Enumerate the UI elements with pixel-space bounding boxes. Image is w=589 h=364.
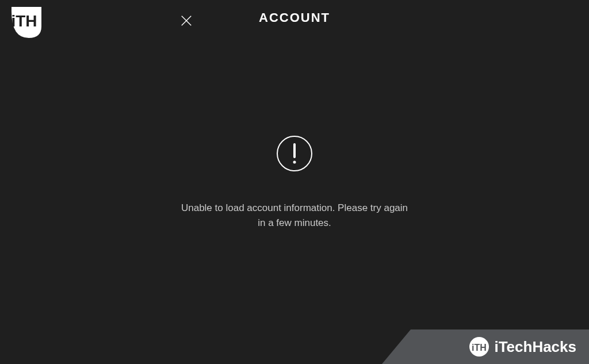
svg-point-5 <box>293 161 296 164</box>
svg-text:iTH: iTH <box>472 343 487 352</box>
watermark-badge: iTH iTechHacks <box>411 329 589 364</box>
watermark-logo-icon: iTH <box>469 336 489 357</box>
page-title: ACCOUNT <box>0 10 589 25</box>
error-panel: Unable to load account information. Plea… <box>0 135 589 230</box>
watermark-label: iTechHacks <box>494 338 576 356</box>
error-message: Unable to load account information. Plea… <box>179 201 410 230</box>
alert-icon <box>276 135 313 172</box>
